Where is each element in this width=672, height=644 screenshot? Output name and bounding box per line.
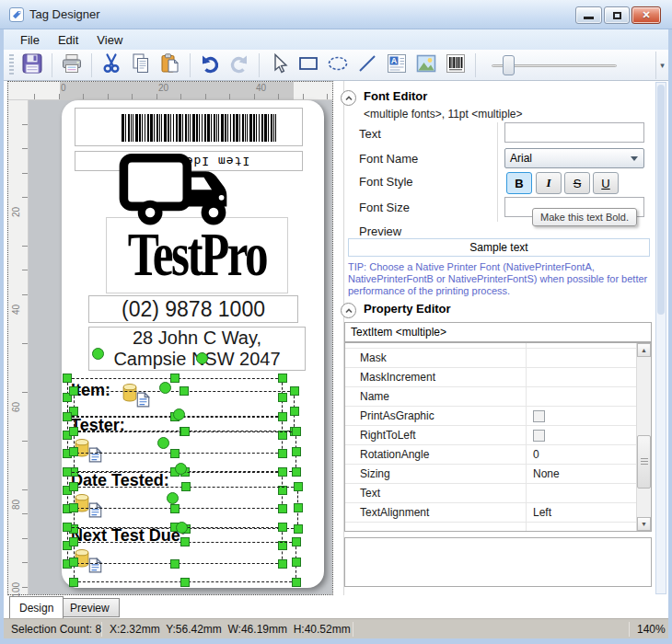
resize-handle[interactable]	[63, 374, 72, 383]
property-checkbox[interactable]	[533, 430, 545, 442]
property-row-Name[interactable]: Name	[345, 387, 636, 407]
paste-button[interactable]	[156, 52, 185, 78]
preview-label: Preview	[359, 224, 401, 238]
toolbar-grip[interactable]	[9, 54, 14, 76]
property-row-RightToLeft[interactable]: RightToLeft	[345, 426, 636, 445]
rotate-handle[interactable]	[196, 352, 208, 364]
menu-item-file[interactable]: File	[11, 31, 49, 49]
rotate-handle[interactable]	[159, 382, 171, 394]
font-editor-collapse-button[interactable]	[341, 90, 356, 106]
rotate-handle[interactable]	[167, 492, 179, 504]
property-row-MaskIncrement[interactable]: MaskIncrement	[345, 368, 636, 387]
tab-preview[interactable]: Preview	[60, 598, 120, 617]
chevron-up-icon	[343, 93, 354, 104]
font-name-value: Arial	[505, 152, 631, 165]
panel-scrollbar[interactable]	[655, 82, 666, 594]
maximize-button[interactable]	[604, 6, 630, 24]
menu-item-edit[interactable]: Edit	[49, 31, 87, 49]
resize-handle[interactable]	[181, 482, 191, 491]
grid-scrollbar[interactable]: ▲ ▼	[636, 343, 651, 531]
zoom-slider[interactable]	[490, 52, 619, 78]
resize-handle[interactable]	[292, 558, 301, 567]
barcode-tool-button[interactable]	[441, 52, 470, 78]
close-button[interactable]: ✕	[631, 6, 661, 24]
resize-handle[interactable]	[294, 503, 303, 512]
underline-button[interactable]: U	[593, 172, 619, 194]
resize-handle[interactable]	[63, 523, 72, 532]
zoom-slider-thumb[interactable]	[503, 55, 515, 75]
resize-handle[interactable]	[69, 386, 78, 396]
resize-handle[interactable]	[69, 537, 78, 546]
resize-handle[interactable]	[69, 578, 78, 587]
resize-handle[interactable]	[292, 467, 301, 477]
property-editor-collapse-button[interactable]	[341, 303, 356, 318]
pointer-tool-button[interactable]	[264, 52, 294, 78]
line-tool-button[interactable]	[353, 52, 382, 78]
property-row-TextAlignment[interactable]: TextAlignmentLeft	[345, 503, 636, 523]
resize-handle[interactable]	[292, 447, 301, 456]
resize-handle[interactable]	[278, 412, 287, 421]
resize-handle[interactable]	[294, 524, 303, 534]
resize-handle[interactable]	[292, 578, 301, 587]
resize-handle[interactable]	[278, 523, 287, 532]
toolbar-overflow-button[interactable]: ▾	[655, 52, 668, 79]
resize-handle[interactable]	[294, 482, 303, 491]
rectangle-tool-button[interactable]	[294, 52, 323, 78]
print-button[interactable]	[57, 52, 87, 78]
strikeout-button[interactable]: S	[564, 172, 590, 194]
property-checkbox[interactable]	[533, 410, 545, 422]
text-input[interactable]	[504, 122, 644, 143]
minimize-button[interactable]	[575, 6, 602, 24]
save-button[interactable]	[17, 52, 47, 78]
property-grid[interactable]: MaskMaskIncrementNamePrintAsGraphicRight…	[344, 342, 652, 532]
rotate-handle[interactable]	[92, 348, 104, 360]
resize-handle[interactable]	[69, 503, 78, 512]
panel-scroll-thumb[interactable]	[657, 85, 665, 315]
bold-button[interactable]: B	[506, 172, 532, 194]
resize-handle[interactable]	[63, 467, 72, 477]
text-tool-button[interactable]: A	[382, 52, 411, 78]
menu-item-view[interactable]: View	[87, 31, 132, 49]
property-row-Mask[interactable]: Mask	[345, 349, 636, 368]
rotate-handle[interactable]	[173, 408, 185, 420]
tab-design[interactable]: Design	[9, 596, 64, 618]
property-row-Sizing[interactable]: SizingNone	[345, 465, 636, 484]
resize-handle[interactable]	[292, 537, 301, 546]
resize-handle[interactable]	[180, 386, 189, 396]
scroll-thumb[interactable]	[637, 435, 651, 489]
resize-handle[interactable]	[290, 386, 299, 396]
rotate-handle[interactable]	[176, 522, 188, 534]
resize-handle[interactable]	[69, 558, 78, 567]
resize-handle[interactable]	[180, 427, 190, 436]
undo-button[interactable]	[195, 52, 225, 78]
ellipse-tool-button[interactable]	[323, 52, 353, 78]
property-row-PrintAsGraphic[interactable]: PrintAsGraphic	[345, 407, 636, 426]
resize-handle[interactable]	[63, 412, 72, 421]
resize-handle[interactable]	[180, 537, 190, 546]
resize-handle[interactable]	[180, 578, 190, 587]
resize-handle[interactable]	[278, 374, 287, 383]
resize-handle[interactable]	[278, 467, 287, 477]
font-name-combobox[interactable]: Arial	[504, 148, 644, 168]
cut-button[interactable]	[97, 52, 126, 78]
resize-handle[interactable]	[170, 374, 180, 383]
title-bar[interactable]: Tag Designer ✕	[0, 0, 672, 29]
image-tool-button[interactable]	[411, 52, 441, 78]
zoom-readout: 140%	[630, 623, 668, 636]
scroll-up-button[interactable]: ▲	[637, 343, 651, 357]
resize-handle[interactable]	[69, 447, 78, 456]
redo-button[interactable]	[225, 52, 254, 78]
resize-handle[interactable]	[69, 482, 78, 491]
resize-handle[interactable]	[69, 427, 78, 436]
copy-button[interactable]	[126, 52, 156, 78]
design-canvas[interactable]: 02040 20406080100 Item Identifier TestPr…	[7, 81, 333, 595]
resize-handle[interactable]	[292, 427, 301, 436]
text-icon: A	[386, 52, 408, 77]
italic-button[interactable]: I	[536, 172, 562, 194]
scroll-down-button[interactable]: ▼	[637, 517, 651, 531]
resize-handle[interactable]	[290, 407, 299, 416]
property-row-RotationAngle[interactable]: RotationAngle0	[345, 445, 636, 465]
property-row-Text[interactable]: Text	[345, 484, 636, 503]
rotate-handle[interactable]	[175, 463, 187, 475]
rotate-handle[interactable]	[157, 437, 169, 449]
